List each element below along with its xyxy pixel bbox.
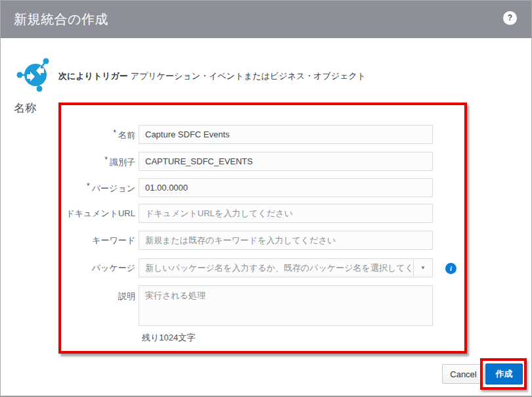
trigger-prefix: 次によりトリガー — [58, 71, 128, 81]
description-label: 説明 — [27, 285, 139, 302]
keywords-label: キーワード — [27, 235, 139, 246]
dialog-header: 新規統合の作成 ? — [1, 1, 531, 38]
required-marker: * — [113, 128, 116, 137]
name-label: *名前 — [27, 128, 139, 141]
version-label: *バージョン — [27, 181, 139, 195]
characters-remaining: 残り1024文字 — [142, 332, 195, 344]
form-row-package: パッケージ 新しいパッケージ名を入力するか、既存のパッケージ名を選択してくだ..… — [27, 258, 433, 277]
package-combobox[interactable]: 新しいパッケージ名を入力するか、既存のパッケージ名を選択してくだ... ▼ — [139, 258, 433, 277]
form-row-identifier: *識別子 — [27, 152, 433, 171]
form-row-name: *名前 — [27, 125, 433, 144]
identifier-label: *識別子 — [27, 155, 139, 168]
version-input[interactable] — [139, 178, 433, 197]
form-row-doc-url: ドキュメントURL — [27, 204, 433, 223]
package-info-icon[interactable]: i — [445, 263, 456, 274]
cancel-button[interactable]: Cancel — [442, 364, 485, 384]
help-icon[interactable]: ? — [503, 11, 517, 25]
identifier-input[interactable] — [139, 152, 433, 171]
chevron-down-icon: ▼ — [420, 265, 426, 271]
dialog-title: 新規統合の作成 — [14, 1, 108, 38]
name-input[interactable] — [139, 125, 433, 144]
form-row-keywords: キーワード — [27, 231, 433, 250]
trigger-text: アプリケーション・イベントまたはビジネス・オブジェクト — [131, 71, 366, 81]
doc-url-label: ドキュメントURL — [27, 208, 139, 220]
required-marker: * — [87, 181, 90, 191]
create-button[interactable]: 作成 — [485, 363, 523, 385]
doc-url-input[interactable] — [139, 204, 433, 223]
create-integration-dialog: 新規統合の作成 ? 次によりトリガーアプリケーション・イベントまたはビジネス・オ… — [0, 0, 532, 397]
section-title: 名称 — [14, 101, 36, 116]
package-placeholder: 新しいパッケージ名を入力するか、既存のパッケージ名を選択してくだ... — [139, 262, 413, 274]
trigger-description: 次によりトリガーアプリケーション・イベントまたはビジネス・オブジェクト — [58, 70, 366, 82]
description-textarea[interactable] — [139, 285, 433, 326]
package-dropdown-button[interactable]: ▼ — [413, 259, 432, 277]
form-row-version: *バージョン — [27, 178, 433, 197]
required-marker: * — [104, 155, 108, 164]
form-row-description: 説明 — [27, 285, 433, 326]
keywords-input[interactable] — [139, 231, 433, 250]
integration-trigger-icon — [15, 57, 56, 96]
package-label: パッケージ — [27, 262, 139, 274]
